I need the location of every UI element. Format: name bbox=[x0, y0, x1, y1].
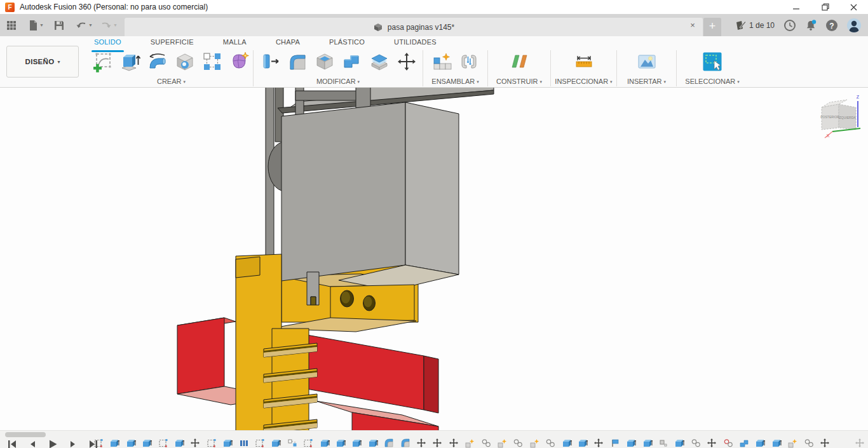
timeline-feature-component[interactable] bbox=[787, 438, 797, 448]
tab-malla[interactable]: MALLA bbox=[223, 38, 247, 50]
timeline-feature-joint[interactable] bbox=[804, 438, 814, 448]
redo-button[interactable]: ▼ bbox=[100, 20, 118, 31]
close-button[interactable] bbox=[839, 0, 868, 14]
timeline-feature-joint-red[interactable] bbox=[723, 438, 733, 448]
tab-plástico[interactable]: PLÁSTICO bbox=[329, 38, 365, 50]
create-form-icon[interactable] bbox=[229, 51, 250, 72]
timeline-feature-joint[interactable] bbox=[513, 438, 523, 448]
measure-icon[interactable] bbox=[573, 51, 595, 72]
timeline-feature-box[interactable] bbox=[658, 438, 668, 448]
group-label-construir[interactable]: CONSTRUIR▾ bbox=[488, 78, 550, 85]
split-body-icon[interactable] bbox=[369, 51, 390, 72]
timeline-feature-extrude[interactable] bbox=[771, 438, 782, 448]
timeline-feature-move[interactable] bbox=[707, 438, 717, 448]
timeline-feature-component[interactable] bbox=[497, 438, 507, 448]
create-sketch-icon[interactable] bbox=[92, 51, 114, 72]
play-button[interactable] bbox=[47, 438, 58, 448]
step-back-button[interactable] bbox=[27, 438, 38, 448]
app-grid-button[interactable] bbox=[6, 20, 17, 31]
timeline-feature-extrude[interactable] bbox=[674, 438, 684, 448]
timeline-feature-sketch[interactable] bbox=[158, 438, 168, 448]
help-button[interactable]: ? bbox=[825, 19, 838, 32]
timeline-feature-component[interactable] bbox=[529, 438, 539, 448]
hole-icon[interactable] bbox=[174, 51, 196, 72]
tab-superficie[interactable]: SUPERFICIE bbox=[151, 38, 194, 50]
insert-image-icon[interactable] bbox=[636, 51, 658, 72]
timeline-feature-plane[interactable] bbox=[610, 438, 620, 448]
timeline-feature-extrude[interactable] bbox=[222, 438, 233, 448]
extrude-icon[interactable] bbox=[119, 51, 141, 72]
press-pull-icon[interactable] bbox=[259, 51, 281, 72]
tab-utilidades[interactable]: UTILIDADES bbox=[394, 38, 437, 50]
timeline-feature-extrude[interactable] bbox=[562, 438, 572, 448]
workspace-selector[interactable]: DISEÑO ▾ bbox=[6, 46, 79, 78]
timeline-feature-extrude[interactable] bbox=[126, 438, 136, 448]
select-icon[interactable] bbox=[702, 51, 723, 72]
restore-button[interactable] bbox=[811, 0, 839, 14]
timeline-feature-component[interactable] bbox=[465, 438, 475, 448]
timeline-feature-extrude[interactable] bbox=[351, 438, 362, 448]
timeline-feature-move[interactable] bbox=[432, 438, 442, 448]
notifications-button[interactable] bbox=[804, 19, 817, 32]
skip-to-start-button[interactable] bbox=[6, 438, 18, 448]
timeline-feature-move[interactable] bbox=[416, 438, 426, 448]
timeline-feature-extrude[interactable] bbox=[368, 438, 378, 448]
save-button[interactable] bbox=[54, 20, 64, 31]
timeline-feature-combine[interactable] bbox=[739, 438, 749, 448]
new-component-icon[interactable] bbox=[431, 51, 452, 72]
timeline-feature-sketch[interactable] bbox=[255, 438, 265, 448]
timeline-feature-sketch[interactable] bbox=[303, 438, 313, 448]
timeline-feature-extrude[interactable] bbox=[578, 438, 588, 448]
timeline-feature-extrude[interactable] bbox=[174, 438, 184, 448]
group-label-inspeccionar[interactable]: INSPECCIONAR▾ bbox=[551, 78, 616, 85]
job-status[interactable]: 1 de 10 bbox=[735, 20, 775, 31]
group-label-insertar[interactable]: INSERTAR▾ bbox=[617, 78, 676, 85]
move-copy-icon[interactable] bbox=[396, 51, 417, 72]
document-tab[interactable]: pasa paginas v145* × bbox=[125, 18, 703, 36]
group-label-crear[interactable]: CREAR▾ bbox=[90, 78, 253, 85]
tab-chapa[interactable]: CHAPA bbox=[276, 38, 300, 50]
undo-button[interactable]: ▼ bbox=[76, 20, 93, 31]
document-tab-close-icon[interactable]: × bbox=[688, 20, 698, 31]
timeline-feature-fillet[interactable] bbox=[400, 438, 410, 448]
timeline-feature-extrude[interactable] bbox=[336, 438, 346, 448]
fillet-icon[interactable] bbox=[287, 51, 308, 72]
timeline-feature-joint[interactable] bbox=[481, 438, 491, 448]
timeline-feature-move[interactable] bbox=[593, 438, 604, 448]
combine-icon[interactable] bbox=[341, 51, 363, 72]
grey-motor-body[interactable] bbox=[281, 102, 459, 305]
rectangular-pattern-icon[interactable] bbox=[201, 51, 223, 72]
file-menu-button[interactable]: ▼ bbox=[28, 20, 44, 31]
timeline-feature-joint[interactable] bbox=[545, 438, 555, 448]
tab-solido[interactable]: SOLIDO bbox=[94, 38, 121, 50]
timeline-feature-fillet[interactable] bbox=[384, 438, 394, 448]
group-label-modificar[interactable]: MODIFICAR▾ bbox=[254, 78, 423, 85]
step-forward-button[interactable] bbox=[67, 438, 79, 448]
timeline-feature-extrude[interactable] bbox=[755, 438, 765, 448]
joint-icon[interactable] bbox=[458, 51, 480, 72]
construction-plane-icon[interactable] bbox=[508, 51, 530, 72]
timeline-feature-sketch[interactable] bbox=[93, 438, 104, 448]
minimize-button[interactable] bbox=[782, 0, 811, 14]
profile-button[interactable] bbox=[846, 18, 862, 33]
timeline-feature-move[interactable] bbox=[820, 438, 830, 448]
viewport-canvas[interactable]: POSTERIOR IZQUIERDA Z X bbox=[0, 87, 868, 430]
timeline-feature-extrude[interactable] bbox=[109, 438, 119, 448]
timeline-feature-move[interactable] bbox=[190, 438, 200, 448]
timeline-feature-extrude[interactable] bbox=[626, 438, 636, 448]
timeline-feature-move[interactable] bbox=[449, 438, 459, 448]
timeline-feature-pattern[interactable] bbox=[239, 438, 249, 448]
timeline-feature-extrude[interactable] bbox=[320, 438, 330, 448]
group-label-seleccionar[interactable]: SELECCIONAR▾ bbox=[677, 78, 748, 85]
new-tab-button[interactable]: + bbox=[703, 18, 721, 36]
timeline-feature-sketch[interactable] bbox=[207, 438, 217, 448]
timeline-feature-extrude[interactable] bbox=[142, 438, 152, 448]
timeline-scrollbar[interactable] bbox=[5, 432, 46, 437]
timeline-feature-mirror[interactable] bbox=[287, 438, 297, 448]
timeline-feature-extrude[interactable] bbox=[642, 438, 653, 448]
timeline-feature-extrude[interactable] bbox=[271, 438, 281, 448]
timeline-feature-joint[interactable] bbox=[691, 438, 701, 448]
shell-icon[interactable] bbox=[314, 51, 336, 72]
group-label-ensamblar[interactable]: ENSAMBLAR▾ bbox=[423, 78, 487, 85]
extensions-button[interactable] bbox=[783, 19, 796, 32]
